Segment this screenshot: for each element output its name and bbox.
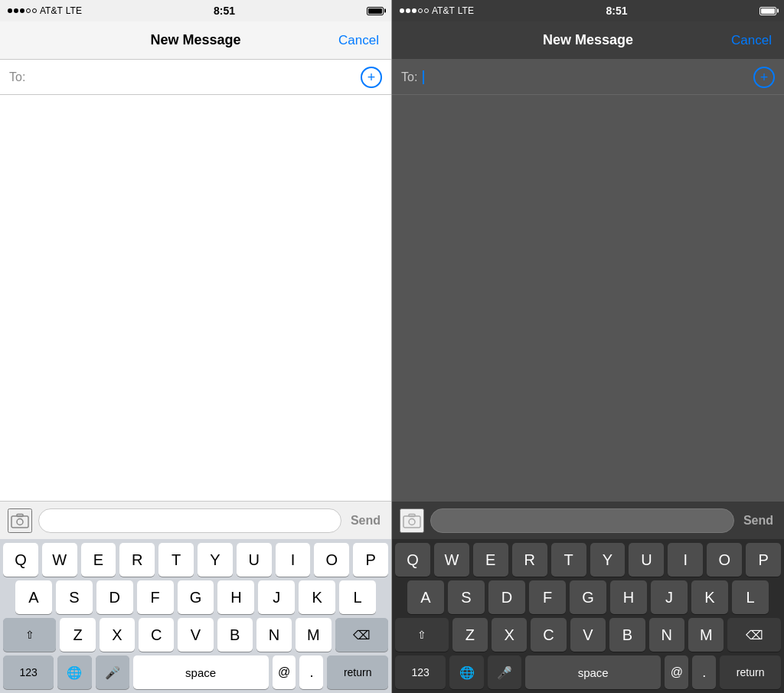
camera-button-dark[interactable]: [400, 508, 424, 533]
key-t-dark[interactable]: T: [551, 543, 586, 577]
key-o-light[interactable]: O: [314, 543, 349, 577]
key-u-light[interactable]: U: [237, 543, 272, 577]
cancel-button-light[interactable]: Cancel: [333, 33, 379, 48]
key-o-dark[interactable]: O: [707, 543, 742, 577]
message-input-light[interactable]: [38, 508, 341, 533]
key-space-dark[interactable]: space: [525, 655, 661, 689]
key-row-2-light: A S D F G H J K L: [0, 577, 391, 614]
key-globe-light[interactable]: 🌐: [57, 655, 91, 689]
network-label-dark: LTE: [458, 5, 474, 16]
key-backspace-light[interactable]: ⌫: [335, 618, 388, 652]
key-p-dark[interactable]: P: [746, 543, 781, 577]
key-y-dark[interactable]: Y: [590, 543, 626, 577]
key-n-light[interactable]: N: [256, 618, 292, 652]
key-j-light[interactable]: J: [258, 580, 295, 614]
key-g-light[interactable]: G: [178, 580, 214, 614]
add-contact-button-light[interactable]: +: [361, 67, 382, 88]
key-k-dark[interactable]: K: [691, 580, 728, 614]
send-button-light[interactable]: Send: [348, 514, 384, 528]
add-contact-button-dark[interactable]: +: [753, 67, 775, 88]
cancel-button-dark[interactable]: Cancel: [726, 33, 772, 48]
key-return-dark[interactable]: return: [720, 655, 781, 689]
network-label: LTE: [66, 5, 82, 16]
key-m-dark[interactable]: M: [688, 618, 724, 652]
key-return-light[interactable]: return: [327, 655, 388, 689]
key-j-dark[interactable]: J: [651, 580, 688, 614]
key-shift-light[interactable]: ⇧: [3, 618, 56, 652]
camera-button-light[interactable]: [8, 508, 32, 533]
key-globe-dark[interactable]: 🌐: [449, 655, 483, 689]
key-at-dark[interactable]: @: [665, 655, 688, 689]
key-l-light[interactable]: L: [339, 580, 376, 614]
to-input-light[interactable]: [30, 70, 361, 84]
phone-panel-light: AT&T LTE 8:51 New Message Cancel To: +: [0, 0, 392, 693]
key-w-dark[interactable]: W: [434, 543, 469, 577]
key-e-dark[interactable]: E: [473, 543, 508, 577]
key-mic-dark[interactable]: 🎤: [488, 655, 521, 689]
key-123-dark[interactable]: 123: [395, 655, 446, 689]
svg-rect-5: [409, 514, 415, 516]
key-d-light[interactable]: D: [96, 580, 133, 614]
key-period-light[interactable]: .: [299, 655, 323, 689]
key-y-light[interactable]: Y: [198, 543, 233, 577]
key-b-dark[interactable]: B: [609, 618, 645, 652]
key-space-light[interactable]: space: [133, 655, 269, 689]
key-period-dark[interactable]: .: [692, 655, 716, 689]
key-n-dark[interactable]: N: [649, 618, 684, 652]
message-input-dark[interactable]: [430, 508, 734, 533]
key-backspace-dark[interactable]: ⌫: [727, 618, 781, 652]
key-c-light[interactable]: C: [139, 618, 174, 652]
key-f-dark[interactable]: F: [529, 580, 566, 614]
to-field-dark: To: +: [392, 60, 784, 95]
key-r-dark[interactable]: R: [512, 543, 547, 577]
key-s-dark[interactable]: S: [448, 580, 485, 614]
key-h-dark[interactable]: H: [610, 580, 647, 614]
key-d-dark[interactable]: D: [488, 580, 525, 614]
key-z-light[interactable]: Z: [60, 618, 95, 652]
key-s-light[interactable]: S: [56, 580, 93, 614]
key-i-light[interactable]: I: [276, 543, 311, 577]
key-m-light[interactable]: M: [296, 618, 331, 652]
key-q-light[interactable]: Q: [3, 543, 38, 577]
key-row-4-dark: 123 🌐 🎤 space @ . return: [392, 652, 784, 693]
battery-icon-dark: [760, 7, 776, 15]
send-button-dark[interactable]: Send: [740, 514, 776, 528]
key-w-light[interactable]: W: [42, 543, 77, 577]
key-l-dark[interactable]: L: [732, 580, 769, 614]
key-b-light[interactable]: B: [217, 618, 253, 652]
key-c-dark[interactable]: C: [531, 618, 566, 652]
key-x-dark[interactable]: X: [492, 618, 527, 652]
key-123-light[interactable]: 123: [3, 655, 54, 689]
phone-panel-dark: AT&T LTE 8:51 New Message Cancel To: +: [392, 0, 784, 693]
key-x-light[interactable]: X: [100, 618, 135, 652]
signal-dot-1: [8, 8, 12, 13]
key-g-dark[interactable]: G: [570, 580, 606, 614]
battery-fill-dark: [761, 8, 775, 14]
key-q-dark[interactable]: Q: [395, 543, 430, 577]
status-right: [367, 7, 384, 15]
key-v-dark[interactable]: V: [570, 618, 606, 652]
key-a-light[interactable]: A: [15, 580, 52, 614]
key-row-3-dark: ⇧ Z X C V B N M ⌫: [392, 614, 784, 652]
nav-title-light: New Message: [58, 32, 333, 48]
key-p-light[interactable]: P: [353, 543, 388, 577]
key-row-2-dark: A S D F G H J K L: [392, 577, 784, 614]
message-toolbar-dark: Send: [392, 501, 784, 539]
key-v-light[interactable]: V: [178, 618, 213, 652]
key-shift-dark[interactable]: ⇧: [395, 618, 449, 652]
key-mic-light[interactable]: 🎤: [96, 655, 129, 689]
nav-bar-light: New Message Cancel: [0, 21, 391, 60]
key-at-light[interactable]: @: [273, 655, 296, 689]
key-u-dark[interactable]: U: [629, 543, 664, 577]
key-i-dark[interactable]: I: [668, 543, 703, 577]
svg-point-4: [409, 518, 415, 525]
key-k-light[interactable]: K: [299, 580, 335, 614]
key-t-light[interactable]: T: [158, 543, 194, 577]
key-r-light[interactable]: R: [119, 543, 155, 577]
time-label: 8:51: [214, 5, 235, 17]
key-e-light[interactable]: E: [81, 543, 116, 577]
key-z-dark[interactable]: Z: [452, 618, 488, 652]
key-h-light[interactable]: H: [217, 580, 254, 614]
key-a-dark[interactable]: A: [407, 580, 444, 614]
key-f-light[interactable]: F: [137, 580, 174, 614]
